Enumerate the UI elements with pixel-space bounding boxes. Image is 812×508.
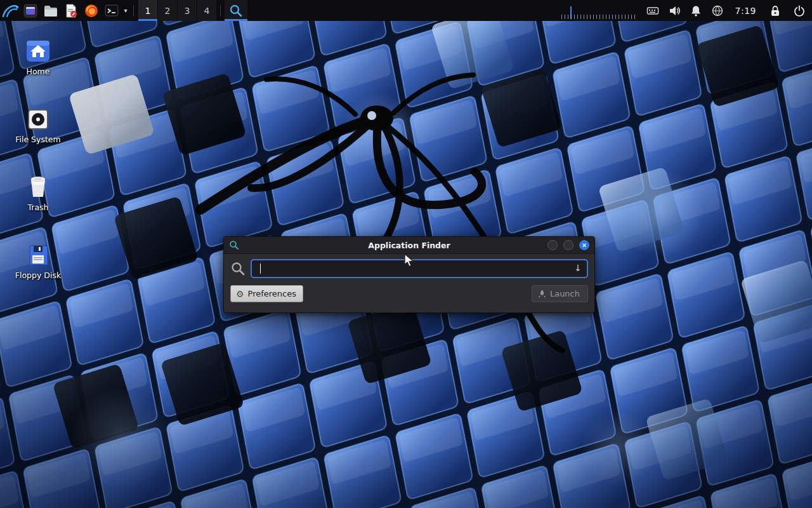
bell-icon (690, 4, 702, 17)
launch-label: Launch (550, 289, 580, 298)
top-panel: ▾ 1 2 3 4 (0, 0, 812, 21)
lock-icon (769, 4, 782, 17)
search-app-icon (229, 4, 243, 18)
keyboard-icon (646, 4, 659, 17)
search-icon (230, 261, 246, 276)
workspace-3[interactable]: 3 (177, 0, 197, 21)
launch-button[interactable]: Launch (532, 285, 588, 302)
desktop-icon-file-system[interactable]: File System (10, 102, 66, 144)
power-icon (793, 4, 806, 17)
workspace-1[interactable]: 1 (138, 0, 157, 21)
panel-left: ▾ 1 2 3 4 (0, 0, 247, 21)
system-monitor-graph[interactable] (561, 4, 638, 21)
firefox-launcher[interactable] (81, 0, 102, 21)
minimize-button[interactable] (547, 240, 558, 250)
clock[interactable]: 7:19 (733, 6, 759, 16)
workspace-4[interactable]: 4 (197, 0, 216, 21)
close-icon: × (582, 242, 586, 249)
window-title: Application Finder (224, 241, 594, 250)
panel-separator (133, 5, 134, 17)
preferences-label: Preferences (248, 289, 296, 298)
chevron-down-icon[interactable]: ▾ (122, 7, 129, 14)
desktop-icon-trash[interactable]: Trash (10, 170, 66, 212)
desktop-icon-label: File System (10, 135, 66, 144)
launch-rocket-icon (538, 290, 546, 298)
graph-ticks (561, 15, 638, 19)
button-row: ⚙ Preferences Launch (230, 285, 588, 302)
floppy-disk-icon (26, 243, 50, 267)
folder-icon (43, 3, 58, 18)
folder-launcher[interactable] (41, 0, 61, 21)
volume-button[interactable] (668, 4, 681, 17)
text-editor-launcher[interactable] (61, 0, 81, 21)
workspace-pager: 1 2 3 4 (138, 0, 216, 21)
network-status-button[interactable] (711, 4, 724, 17)
desktop-icon-label: Home (10, 67, 66, 76)
search-input[interactable] (252, 260, 587, 277)
search-entry: ↓ (251, 259, 588, 278)
window-controls: × (547, 240, 589, 250)
home-icon (25, 37, 51, 64)
titlebar[interactable]: Application Finder × (224, 237, 594, 254)
lock-screen-button[interactable] (768, 3, 783, 18)
panel-right: 7:19 (561, 0, 812, 21)
workspace-2[interactable]: 2 (157, 0, 177, 21)
notifications-button[interactable] (690, 4, 702, 17)
desktop-icon-label: Floppy Disk (10, 271, 66, 280)
keyboard-indicator-icon[interactable] (646, 4, 659, 17)
volume-icon (668, 4, 681, 17)
preferences-button[interactable]: ⚙ Preferences (230, 285, 303, 302)
panel-separator (220, 5, 221, 17)
text-editor-icon (63, 3, 79, 18)
terminal-icon (104, 3, 119, 18)
gear-icon: ⚙ (236, 290, 244, 298)
text-caret (260, 264, 261, 274)
logout-button[interactable] (792, 3, 807, 18)
window-app-icon (229, 240, 239, 250)
desktop-icon-label: Trash (10, 203, 66, 212)
desktop-icon-floppy-disk[interactable]: Floppy Disk (10, 238, 66, 280)
firefox-icon (84, 3, 99, 18)
terminal-launcher[interactable] (102, 0, 122, 21)
globe-network-icon (711, 4, 724, 17)
kali-menu-button[interactable] (0, 0, 20, 21)
kali-logo-icon (1, 2, 19, 20)
search-row: ↓ (230, 259, 588, 278)
maximize-button[interactable] (563, 240, 573, 250)
desktop-icon-home[interactable]: Home (10, 34, 66, 76)
close-button[interactable]: × (579, 240, 589, 250)
file-manager-icon (23, 3, 38, 18)
window-body: ↓ ⚙ Preferences Launch (224, 254, 594, 302)
trash-icon (26, 174, 50, 199)
file-system-icon (26, 107, 50, 131)
file-manager-launcher[interactable] (20, 0, 41, 21)
application-finder-window: Application Finder × ↓ ⚙ Preferences (223, 236, 595, 313)
app-finder-task-button[interactable] (225, 0, 247, 21)
